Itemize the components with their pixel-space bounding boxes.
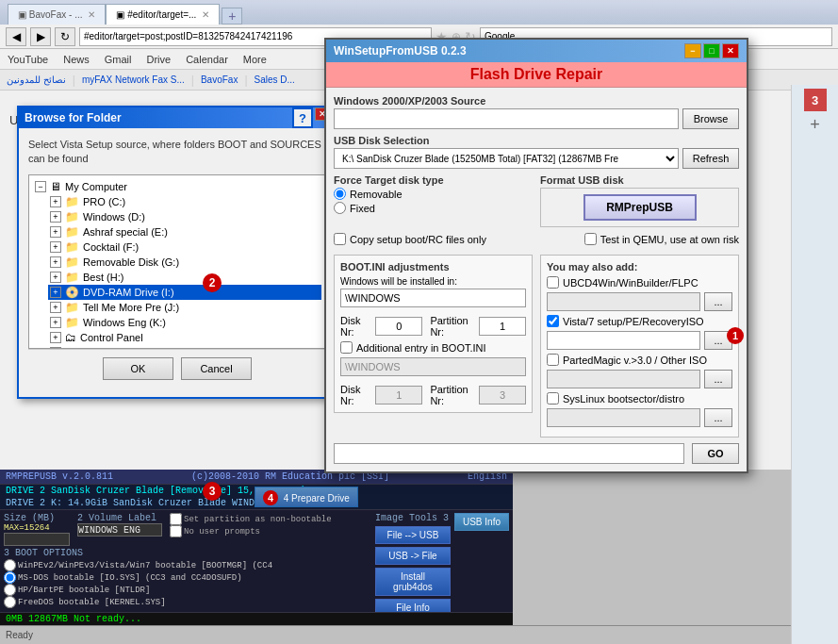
tree-item-windows-k[interactable]: + 📁 Windows Eng (K:)	[48, 315, 321, 330]
nav-youtube[interactable]: YouTube	[0, 49, 56, 69]
boot-opt-2-input[interactable]	[4, 571, 16, 584]
tree-item-root[interactable]: − 🖥 My Computer	[33, 179, 321, 194]
prepare-drive-button[interactable]: 4 4 Prepare Drive	[255, 487, 358, 507]
nav-calendar[interactable]: Calendar	[178, 49, 236, 69]
nav-drive[interactable]: Drive	[139, 49, 178, 69]
browser-tab-1[interactable]: ▣ BavoFax - ... ✕	[8, 4, 106, 25]
refresh-button[interactable]: Refresh	[682, 148, 739, 169]
expander[interactable]: +	[50, 332, 61, 343]
tree-item-ashraf[interactable]: + 📁 Ashraf special (E:)	[48, 224, 321, 239]
test-qemu-checkbox[interactable]: Test in QEMU, use at own risk	[584, 233, 739, 245]
usb-info-button[interactable]: USB Info	[454, 513, 509, 531]
tree-item-best[interactable]: + 📁 Best (H:)	[48, 270, 321, 285]
parted-checkbox[interactable]	[547, 354, 559, 366]
expander[interactable]: +	[50, 196, 61, 207]
refresh-btn[interactable]: ↻	[55, 27, 75, 46]
boot-opt-3[interactable]: HP/BartPE bootable [NTLDR]	[4, 584, 371, 596]
tree-item-pro[interactable]: + 📁 PRO (C:)	[48, 194, 321, 209]
tree-item-tellmemore[interactable]: + 📁 Tell Me More Pre (J:)	[48, 300, 321, 315]
tree-item-removable[interactable]: + 📁 Removable Disk (G:)	[48, 255, 321, 270]
tab-close-active[interactable]: ✕	[202, 9, 209, 20]
fixed-radio[interactable]: Fixed	[334, 202, 533, 214]
tree-item-dvdram[interactable]: + 📀 DVD-RAM Drive (I:)	[48, 285, 321, 300]
additional-entry-input[interactable]	[340, 341, 353, 354]
disk-nr-input-1[interactable]	[375, 317, 422, 336]
bookmark-3[interactable]: BavoFax	[198, 74, 240, 86]
partition-nr-input-1[interactable]	[479, 317, 526, 336]
restore-button[interactable]: □	[703, 43, 720, 58]
expander[interactable]: +	[50, 317, 61, 328]
size-input[interactable]	[4, 533, 70, 546]
back-btn[interactable]: ◀	[6, 27, 26, 46]
removable-radio-input[interactable]	[334, 188, 346, 200]
expander[interactable]: +	[50, 256, 61, 268]
bookmark-4[interactable]: Sales D...	[252, 74, 298, 86]
nav-news[interactable]: News	[56, 49, 97, 69]
ubcd-input[interactable]	[547, 292, 700, 311]
close-dialog-button[interactable]: ✕	[722, 43, 739, 58]
parted-browse-button[interactable]: ...	[704, 370, 732, 388]
copy-setup-input[interactable]	[334, 233, 346, 245]
tab-close[interactable]: ✕	[88, 9, 95, 20]
new-tab-button[interactable]: +	[222, 8, 242, 25]
expander[interactable]: +	[50, 302, 61, 313]
file-to-usb-button[interactable]: File --> USB	[375, 526, 451, 544]
volume-input[interactable]	[77, 523, 162, 537]
tree-item-cocktail[interactable]: + 📁 Cocktail (F:)	[48, 239, 321, 255]
tree-item-control-panel[interactable]: + 🗂 Control Panel	[48, 330, 321, 345]
parted-input[interactable]	[547, 370, 700, 388]
tree-item-windows-d[interactable]: + 📁 Windows (D:)	[48, 209, 321, 224]
vista-checkbox[interactable]	[547, 315, 559, 327]
folder-tree[interactable]: − 🖥 My Computer + 📁 PRO (C:) + 📁 Windows…	[28, 174, 326, 349]
sidebar-number[interactable]: 3	[804, 89, 827, 111]
boot-opt-1-input[interactable]	[4, 559, 16, 571]
boot-opt-2[interactable]: MS-DOS bootable [IO.SYS] (CC3 and CC4DOS…	[4, 571, 371, 584]
source-browse-button[interactable]: Browse	[682, 108, 739, 129]
no-prompts-check[interactable]: No user prompts	[170, 525, 332, 537]
usb-disk-select[interactable]: K:\ SanDisk Cruzer Blade (15250MB Total)…	[334, 148, 679, 169]
cancel-button[interactable]: Cancel	[181, 357, 252, 380]
no-prompts-input[interactable]	[170, 525, 182, 537]
ubcd-browse-button[interactable]: ...	[704, 292, 732, 311]
nav-gmail[interactable]: Gmail	[97, 49, 140, 69]
go-button[interactable]: GO	[692, 443, 739, 464]
root-expander[interactable]: −	[35, 181, 46, 192]
syslinux-input[interactable]	[547, 408, 700, 427]
expander[interactable]: +	[50, 241, 61, 253]
nav-more[interactable]: More	[236, 49, 274, 69]
test-qemu-input[interactable]	[584, 233, 597, 245]
ok-button[interactable]: OK	[103, 357, 173, 380]
expander[interactable]: +	[50, 211, 61, 223]
removable-radio[interactable]: Removable	[334, 188, 533, 200]
boot-opt-4-input[interactable]	[4, 596, 16, 608]
forward-btn[interactable]: ▶	[30, 27, 51, 46]
vista-input[interactable]	[547, 331, 700, 350]
browser-tab-2[interactable]: ▣ #editor/target=... ✕	[106, 4, 220, 25]
help-button[interactable]: ?	[292, 107, 313, 128]
bookmark-2[interactable]: myFAX Network Fax S...	[79, 74, 188, 86]
sidebar-plus[interactable]: +	[792, 115, 838, 135]
boot-opt-1[interactable]: WinPEv2/WinPEv3/Vista/Win7 bootable [BOO…	[4, 559, 371, 571]
bookmark-1[interactable]: نصائح للمدونين	[4, 74, 69, 86]
syslinux-browse-button[interactable]: ...	[704, 408, 732, 427]
boot-opt-4[interactable]: FreeDOS bootable [KERNEL.SYS]	[4, 596, 371, 608]
item-label: Tell Me More Pre (J:)	[83, 302, 179, 313]
expander[interactable]: +	[50, 226, 61, 238]
source-input[interactable]	[334, 108, 679, 129]
non-bootable-input[interactable]	[170, 513, 182, 525]
expander[interactable]: +	[50, 287, 61, 298]
ubcd-checkbox[interactable]	[547, 276, 559, 289]
additional-entry-checkbox[interactable]: Additional entry in BOOT.INI	[340, 341, 526, 354]
fixed-radio-input[interactable]	[334, 202, 346, 214]
install-grub4dos-button[interactable]: Install grub4dos	[375, 568, 451, 596]
syslinux-checkbox[interactable]	[547, 392, 559, 405]
rmprep-button[interactable]: RMPrepUSB	[583, 194, 697, 221]
boot-opt-3-input[interactable]	[4, 584, 16, 596]
usb-to-file-button[interactable]: USB -> File	[375, 547, 451, 565]
expander[interactable]: +	[50, 272, 61, 283]
non-bootable-check[interactable]: Set partition as non-bootable	[170, 513, 332, 525]
windows-dir-input[interactable]	[340, 289, 526, 307]
copy-setup-checkbox[interactable]: Copy setup boot/RC files only	[334, 233, 486, 245]
minimize-button[interactable]: −	[684, 43, 701, 58]
go-bar: GO	[334, 443, 739, 464]
